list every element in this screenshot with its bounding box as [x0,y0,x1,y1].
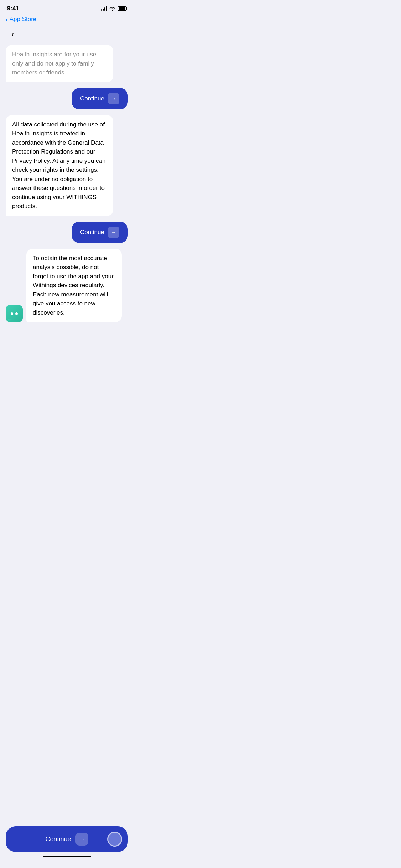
back-arrow-icon[interactable]: ‹ [6,27,20,41]
bot-face-icon [11,312,18,315]
back-chevron-icon: ‹ [6,16,8,23]
back-label: App Store [10,16,37,23]
back-button[interactable]: ‹ App Store [6,16,36,23]
bot-avatar [6,305,23,322]
continue-arrow-icon-1: → [108,93,119,104]
battery-icon [118,6,126,11]
bot-avatar-tail [8,319,12,323]
continue-label-2: Continue [80,229,104,236]
continue-button-2[interactable]: Continue → [72,222,128,243]
continue-button-1[interactable]: Continue → [72,88,128,109]
faded-health-insights-message: Health Insights are for your use only an… [6,45,113,82]
wifi-icon [109,6,115,11]
chat-container: Health Insights are for your use only an… [0,42,134,365]
continue-label-1: Continue [80,95,104,102]
status-bar: 9:41 [0,0,134,14]
accuracy-message: To obtain the most accurate analysis pos… [26,249,122,322]
bot-eye-right [15,312,18,315]
accuracy-message-container: To obtain the most accurate analysis pos… [6,249,122,322]
status-icons [101,6,126,11]
bot-eye-left [11,312,13,315]
continue-arrow-icon-2: → [108,227,119,238]
signal-icon [101,6,107,11]
status-time: 9:41 [7,5,19,12]
gdpr-message: All data collected during the use of Hea… [6,115,113,216]
nav-bar: ‹ App Store [0,14,134,26]
